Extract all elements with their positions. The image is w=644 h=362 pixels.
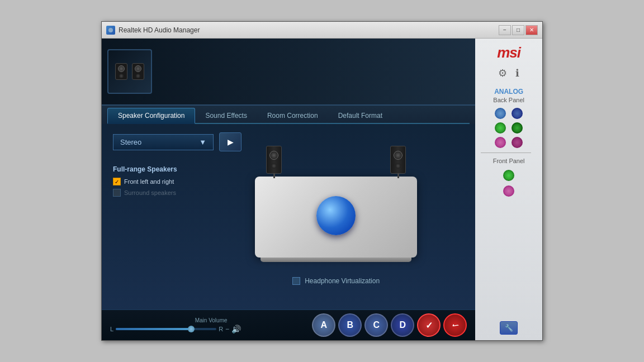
- blue-ball: [316, 196, 356, 235]
- right-panel: msi ⚙ ℹ ANALOG Back Panel: [475, 39, 542, 340]
- analog-section: ANALOG Back Panel Front Panel: [481, 88, 537, 197]
- window-title: Realtek HD Audio Manager: [119, 26, 200, 34]
- device-btn-d[interactable]: D: [391, 313, 414, 337]
- speaker-body-left: [266, 146, 282, 174]
- tabs-area: Speaker Configuration Sound Effects Room…: [102, 106, 475, 124]
- jack-blue-1[interactable]: [495, 108, 506, 119]
- x-icon: ✓: [449, 319, 462, 332]
- jack-pink-1[interactable]: [495, 137, 506, 148]
- back-panel-row-3: [481, 137, 537, 148]
- headphone-virt-label: Headphone Virtualization: [305, 277, 380, 285]
- volume-control-wrapper: Main Volume L R − 🔊: [110, 317, 312, 334]
- jack-green-1[interactable]: [495, 122, 506, 134]
- cone-left-icon: [118, 65, 125, 72]
- speaker-pair-icon: [115, 63, 144, 80]
- dropdown-arrow-icon: ▼: [199, 138, 206, 146]
- back-panel-row-1: [481, 108, 537, 119]
- cone2-right-icon: [136, 74, 140, 78]
- play-button[interactable]: ▶: [219, 132, 242, 151]
- speaker-cone2-right-icon: [395, 163, 401, 169]
- volume-inner: L R − 🔊: [110, 325, 312, 334]
- tab-room-correction[interactable]: Room Correction: [257, 108, 328, 123]
- info-icon[interactable]: ℹ: [515, 67, 519, 79]
- speaker-cone-left-icon: [269, 151, 278, 160]
- wrench-button[interactable]: 🔧: [500, 321, 518, 335]
- front-jack-green[interactable]: [503, 170, 514, 181]
- stage-platform: [255, 177, 417, 258]
- volume-label: Main Volume: [195, 317, 228, 323]
- volume-thumb: [188, 326, 195, 332]
- jack-pink-2[interactable]: [512, 137, 523, 148]
- surround-speakers-row: Surround speakers: [113, 189, 197, 197]
- back-panel-title: Back Panel: [481, 97, 537, 103]
- tab-sound-effects[interactable]: Sound Effects: [195, 108, 257, 123]
- svg-point-0: [108, 28, 113, 32]
- front-panel-jacks: [481, 170, 537, 197]
- play-icon: ▶: [228, 137, 234, 146]
- front-panel-title: Front Panel: [481, 158, 537, 164]
- analog-title: ANALOG: [481, 88, 537, 96]
- speaker-left-icon: [115, 63, 127, 80]
- main-content: Speaker Configuration Sound Effects Room…: [102, 39, 542, 340]
- front-left-right-checkbox[interactable]: ✓: [113, 178, 121, 185]
- title-bar-left: Realtek HD Audio Manager: [106, 26, 200, 35]
- speaker-stand-left: [273, 174, 275, 178]
- device-btn-a[interactable]: A: [312, 313, 335, 337]
- speaker-body-right: [390, 146, 406, 174]
- surround-speakers-label: Surround speakers: [124, 189, 176, 196]
- volume-minus: −: [225, 325, 229, 333]
- bottom-bar: Main Volume L R − 🔊: [102, 309, 475, 340]
- back-panel-row-2: [481, 122, 537, 134]
- volume-right-label: R: [219, 326, 223, 332]
- check-button-1[interactable]: [417, 313, 441, 337]
- volume-section: Main Volume L R − 🔊: [110, 317, 312, 334]
- volume-slider[interactable]: [116, 328, 216, 330]
- gear-icon[interactable]: ⚙: [498, 67, 507, 79]
- jack-green-2[interactable]: [512, 122, 523, 134]
- front-left-right-row: ✓ Front left and right: [113, 178, 197, 185]
- title-bar: Realtek HD Audio Manager − □ ✕: [102, 22, 542, 39]
- volume-speaker-icon: 🔊: [231, 325, 241, 334]
- front-jack-pink[interactable]: [503, 185, 514, 197]
- device-header: [102, 39, 475, 106]
- check-button-2[interactable]: ✓: [443, 313, 467, 337]
- maximize-button[interactable]: □: [512, 25, 524, 35]
- tab-speaker-config[interactable]: Speaker Configuration: [107, 108, 195, 124]
- device-btn-b[interactable]: B: [338, 313, 362, 337]
- fullrange-title: Full-range Speakers: [113, 165, 197, 173]
- device-buttons: A B C D ✓: [312, 313, 467, 337]
- left-panel: Speaker Configuration Sound Effects Room…: [102, 39, 475, 340]
- speaker-right-icon: [132, 63, 144, 80]
- volume-left-label: L: [110, 326, 113, 332]
- device-btn-c[interactable]: C: [364, 313, 388, 337]
- surround-speakers-checkbox[interactable]: [113, 189, 121, 197]
- app-icon: [106, 26, 115, 35]
- speaker-dropdown[interactable]: Stereo ▼: [113, 134, 214, 150]
- tabs-row: Speaker Configuration Sound Effects Room…: [107, 108, 470, 124]
- jack-blue-2[interactable]: [512, 108, 523, 119]
- right-icons-row: ⚙ ℹ: [498, 67, 519, 79]
- speaker-select-row: Stereo ▼ ▶: [113, 132, 464, 151]
- front-left-right-label: Front left and right: [124, 178, 174, 185]
- minimize-button[interactable]: −: [499, 25, 511, 35]
- stage-speaker-left[interactable]: [266, 146, 282, 178]
- speaker-cone-right-icon: [394, 151, 402, 160]
- close-button[interactable]: ✕: [525, 25, 538, 35]
- device-icon: [107, 49, 152, 94]
- fullrange-section: Full-range Speakers ✓ Front left and rig…: [113, 160, 197, 301]
- stage-area: Full-range Speakers ✓ Front left and rig…: [113, 160, 464, 301]
- cone-right-icon: [135, 65, 141, 72]
- headphone-virt-row: Headphone Virtualization: [292, 277, 380, 285]
- stage-speaker-right[interactable]: [390, 146, 406, 178]
- divider: [481, 153, 531, 153]
- content-area: Stereo ▼ ▶ Full-range Speakers ✓ Front l…: [102, 124, 475, 309]
- dropdown-value: Stereo: [120, 138, 141, 146]
- msi-logo: msi: [497, 44, 520, 61]
- speaker-stage: Headphone Virtualization: [208, 160, 464, 301]
- main-window: Realtek HD Audio Manager − □ ✕: [101, 21, 543, 341]
- headphone-virt-checkbox[interactable]: [292, 277, 300, 285]
- title-buttons: − □ ✕: [499, 25, 538, 35]
- speaker-stand-right: [397, 174, 399, 178]
- speaker-cone2-left-icon: [271, 163, 277, 169]
- tab-default-format[interactable]: Default Format: [328, 108, 392, 123]
